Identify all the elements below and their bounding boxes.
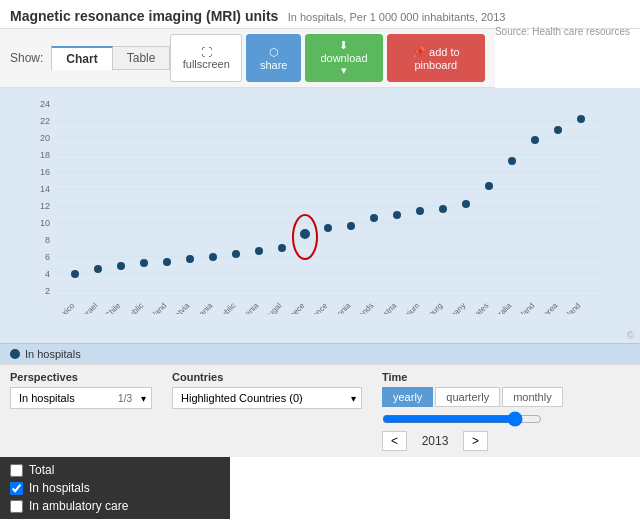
svg-point-27 — [140, 259, 148, 267]
perspectives-panel: Total In hospitals In ambulatory care — [0, 457, 230, 519]
perspectives-group: Perspectives In hospitals Total In ambul… — [10, 371, 152, 409]
fullscreen-icon: ⛶ — [201, 46, 212, 58]
svg-point-37 — [347, 222, 355, 230]
time-slider[interactable] — [382, 411, 542, 427]
perspectives-label: Perspectives — [10, 371, 152, 383]
year-display: 2013 — [415, 434, 455, 448]
svg-point-33 — [278, 244, 286, 252]
countries-select[interactable]: Highlighted Countries (0) — [172, 387, 362, 409]
svg-point-34 — [300, 229, 310, 239]
svg-point-29 — [186, 255, 194, 263]
svg-text:Finland: Finland — [557, 301, 582, 314]
perspective-item-total: Total — [10, 463, 220, 477]
chart-svg: 24 22 20 18 16 14 12 10 8 6 4 2 — [25, 94, 615, 314]
time-monthly-button[interactable]: monthly — [502, 387, 563, 407]
show-label: Show: — [10, 51, 43, 65]
perspective-item-hospitals: In hospitals — [10, 481, 220, 495]
controls-row: Perspectives In hospitals Total In ambul… — [0, 364, 640, 457]
svg-text:Greece: Greece — [281, 301, 306, 314]
toolbar-right: ⛶ fullscreen ⬡ share ⬇ download ▾ 📌 add … — [170, 34, 485, 82]
svg-point-31 — [232, 250, 240, 258]
page-source: Source: Health care resources — [495, 26, 630, 37]
chart-legend: In hospitals — [0, 343, 640, 364]
svg-point-36 — [324, 224, 332, 232]
legend-dot — [10, 349, 20, 359]
svg-point-42 — [462, 200, 470, 208]
hospitals-label: In hospitals — [29, 481, 90, 495]
download-chevron-icon: ▾ — [341, 64, 347, 76]
svg-text:22: 22 — [40, 116, 50, 126]
svg-text:14: 14 — [40, 184, 50, 194]
svg-text:10: 10 — [40, 218, 50, 228]
svg-point-30 — [209, 253, 217, 261]
svg-point-32 — [255, 247, 263, 255]
svg-text:8: 8 — [45, 235, 50, 245]
hospitals-checkbox[interactable] — [10, 482, 23, 495]
time-label: Time — [382, 371, 563, 383]
fullscreen-label: fullscreen — [183, 58, 230, 70]
pinboard-button[interactable]: 📌 add to pinboard — [387, 34, 485, 82]
svg-text:Belgium: Belgium — [395, 301, 422, 314]
svg-text:Latvia: Latvia — [170, 301, 192, 314]
svg-point-28 — [163, 258, 171, 266]
page-subtitle: In hospitals, Per 1 000 000 inhabitants,… — [288, 11, 506, 23]
svg-point-38 — [370, 214, 378, 222]
fullscreen-button[interactable]: ⛶ fullscreen — [170, 34, 242, 82]
svg-point-44 — [508, 157, 516, 165]
year-next-button[interactable]: > — [463, 431, 488, 451]
page-title: Magnetic resonance imaging (MRI) units — [10, 8, 278, 24]
pin-icon: 📌 — [412, 46, 426, 58]
svg-point-39 — [393, 211, 401, 219]
svg-text:24: 24 — [40, 99, 50, 109]
time-buttons: yearly quarterly monthly — [382, 387, 563, 407]
countries-group: Countries Highlighted Countries (0) ▾ — [172, 371, 362, 409]
ambulatory-checkbox[interactable] — [10, 500, 23, 513]
countries-label: Countries — [172, 371, 362, 383]
svg-text:Mexico: Mexico — [52, 301, 77, 314]
share-icon: ⬡ — [269, 46, 279, 58]
svg-point-46 — [554, 126, 562, 134]
countries-select-wrap: Highlighted Countries (0) ▾ — [172, 387, 362, 409]
time-yearly-button[interactable]: yearly — [382, 387, 433, 407]
svg-point-43 — [485, 182, 493, 190]
svg-text:20: 20 — [40, 133, 50, 143]
svg-point-45 — [531, 136, 539, 144]
time-quarterly-button[interactable]: quarterly — [435, 387, 500, 407]
year-nav: < 2013 > — [382, 431, 563, 451]
perspective-item-ambulatory: In ambulatory care — [10, 499, 220, 513]
svg-point-26 — [117, 262, 125, 270]
share-label: share — [260, 59, 288, 71]
svg-text:Austria: Austria — [374, 301, 398, 314]
total-checkbox[interactable] — [10, 464, 23, 477]
perspectives-select-wrap: In hospitals Total In ambulatory care 1/… — [10, 387, 152, 409]
svg-text:France: France — [305, 301, 329, 314]
svg-text:6: 6 — [45, 252, 50, 262]
svg-point-40 — [416, 207, 424, 215]
year-prev-button[interactable]: < — [382, 431, 407, 451]
ambulatory-label: In ambulatory care — [29, 499, 128, 513]
page-header: Magnetic resonance imaging (MRI) units I… — [0, 0, 640, 29]
share-button[interactable]: ⬡ share — [246, 34, 301, 82]
svg-text:Estonia: Estonia — [327, 301, 353, 314]
svg-point-47 — [577, 115, 585, 123]
time-group: Time yearly quarterly monthly < 2013 > — [382, 371, 563, 451]
svg-text:Korea: Korea — [538, 301, 560, 314]
svg-text:Chile: Chile — [103, 301, 123, 314]
perspectives-select[interactable]: In hospitals Total In ambulatory care — [10, 387, 152, 409]
svg-point-25 — [94, 265, 102, 273]
svg-text:4: 4 — [45, 269, 50, 279]
svg-text:Israel: Israel — [79, 301, 99, 314]
download-button[interactable]: ⬇ download ▾ — [305, 34, 383, 82]
svg-text:12: 12 — [40, 201, 50, 211]
chart-container: 24 22 20 18 16 14 12 10 8 6 4 2 — [0, 88, 640, 343]
svg-text:16: 16 — [40, 167, 50, 177]
svg-text:2: 2 — [45, 286, 50, 296]
download-label: download — [320, 52, 367, 64]
toolbar: Show: Chart Table ⛶ fullscreen ⬡ share ⬇… — [0, 29, 495, 88]
svg-point-41 — [439, 205, 447, 213]
svg-point-24 — [71, 270, 79, 278]
tab-table[interactable]: Table — [113, 46, 171, 70]
legend-label: In hospitals — [25, 348, 81, 360]
tab-chart[interactable]: Chart — [51, 46, 112, 71]
svg-text:18: 18 — [40, 150, 50, 160]
